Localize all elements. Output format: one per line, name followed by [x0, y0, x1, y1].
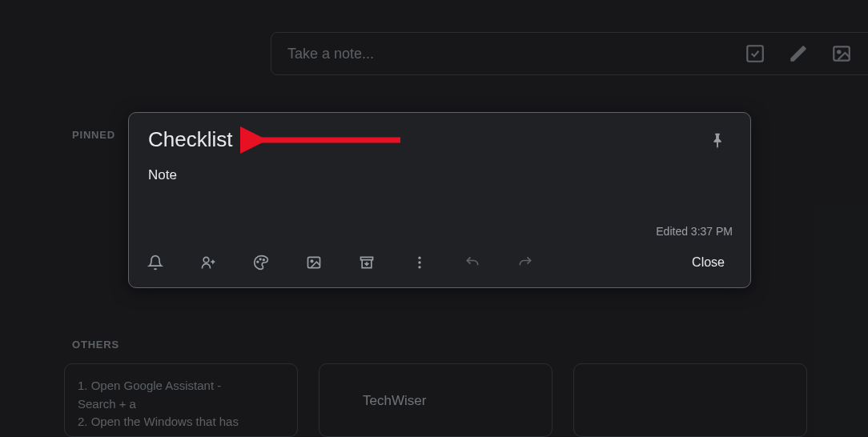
- modal-header: Checklist: [129, 113, 750, 159]
- note-card[interactable]: [573, 363, 807, 437]
- undo-icon: [464, 255, 480, 271]
- archive-button[interactable]: [348, 246, 385, 279]
- note-title-input[interactable]: Checklist: [148, 127, 232, 152]
- svg-point-11: [418, 261, 420, 263]
- redo-button: [507, 246, 544, 279]
- edited-timestamp: Edited 3:37 PM: [129, 223, 750, 241]
- add-image-button[interactable]: [295, 246, 332, 279]
- svg-point-4: [257, 261, 259, 263]
- person-add-icon: [200, 255, 216, 271]
- svg-point-8: [311, 260, 313, 263]
- pinned-section-label: PINNED: [72, 129, 115, 141]
- close-button[interactable]: Close: [674, 249, 742, 276]
- bell-icon: [147, 255, 163, 271]
- svg-rect-9: [361, 257, 373, 259]
- note-card[interactable]: TechWiser: [319, 363, 553, 437]
- svg-point-3: [203, 257, 209, 263]
- note-card-line: 2. Open the Windows that has: [78, 413, 284, 431]
- new-drawing-icon[interactable]: [781, 36, 816, 71]
- undo-button: [454, 246, 491, 279]
- more-button[interactable]: [401, 246, 438, 279]
- more-vert-icon: [412, 255, 428, 271]
- new-list-icon[interactable]: [737, 36, 773, 71]
- palette-icon: [253, 255, 269, 271]
- collaborator-button[interactable]: [190, 246, 227, 279]
- archive-icon: [359, 255, 375, 271]
- take-note-placeholder: Take a note...: [287, 46, 729, 62]
- take-note-bar[interactable]: Take a note...: [271, 32, 868, 75]
- others-section-label: OTHERS: [72, 339, 119, 351]
- pin-icon: [709, 132, 726, 150]
- svg-point-10: [418, 257, 420, 259]
- note-card[interactable]: 1. Open Google Assistant - Search + a 2.…: [64, 363, 298, 437]
- note-card-title: TechWiser: [332, 377, 539, 409]
- note-card-line: 1. Open Google Assistant -: [78, 377, 284, 395]
- note-editor-modal: Checklist Note Edited 3:37 PM: [128, 112, 751, 288]
- svg-rect-0: [747, 46, 763, 62]
- svg-point-6: [263, 259, 265, 261]
- svg-point-5: [259, 259, 261, 260]
- image-icon: [306, 255, 322, 271]
- pin-button[interactable]: [704, 127, 731, 154]
- note-card-line: Search + a: [78, 395, 284, 414]
- svg-point-12: [418, 266, 420, 268]
- background-options-button[interactable]: [243, 246, 279, 279]
- modal-body: Note: [129, 159, 750, 223]
- modal-toolbar: Close: [129, 241, 750, 287]
- note-body-input[interactable]: Note: [148, 167, 731, 183]
- svg-point-2: [838, 50, 840, 53]
- redo-icon: [517, 255, 533, 271]
- remind-me-button[interactable]: [137, 246, 174, 279]
- new-image-icon[interactable]: [824, 36, 859, 71]
